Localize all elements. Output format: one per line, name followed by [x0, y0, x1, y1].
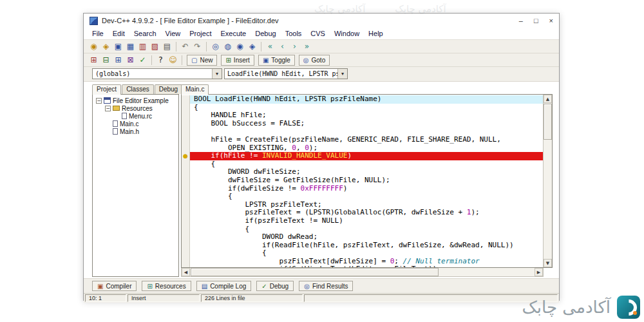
back-icon[interactable]: «: [264, 41, 276, 52]
bottom-tab-compiler[interactable]: ▣Compiler: [92, 281, 137, 291]
redo-icon[interactable]: ↷: [191, 41, 204, 52]
syntax-check-icon[interactable]: ✓: [137, 55, 149, 66]
help-icon[interactable]: ?: [155, 55, 167, 66]
menu-item-help[interactable]: Help: [364, 29, 388, 38]
menu-item-window[interactable]: Window: [330, 29, 364, 38]
run-icon[interactable]: ⊟: [100, 55, 112, 66]
menu-item-debug[interactable]: Debug: [251, 29, 280, 38]
code-editor[interactable]: BOOL LoadFile(HWND hEdit, LPSTR pszFileN…: [182, 95, 543, 267]
project-tree[interactable]: −File Editor Example−ResourcesMenu.rcMai…: [92, 94, 179, 277]
code-text[interactable]: DWORD dwFileSize;: [190, 168, 543, 176]
close-all-icon[interactable]: ▨: [149, 41, 161, 52]
app-icon: [90, 17, 98, 25]
gutter: [182, 120, 190, 128]
menu-item-tools[interactable]: Tools: [281, 29, 307, 38]
close-button[interactable]: ×: [549, 17, 553, 24]
code-text[interactable]: hFile = CreateFile(pszFileName, GENERIC_…: [190, 136, 543, 144]
replace-icon[interactable]: ◍: [222, 41, 234, 52]
tab-main-c[interactable]: Main.c: [181, 84, 209, 95]
compile-icon[interactable]: ⊞: [88, 55, 100, 66]
print-icon[interactable]: ▤: [161, 41, 173, 52]
menu-item-search[interactable]: Search: [129, 29, 161, 38]
dropdown-arrow-icon[interactable]: ▾: [212, 69, 222, 79]
tree-item-main-h[interactable]: Main.h: [95, 128, 178, 135]
menu-item-cvs[interactable]: CVS: [306, 29, 330, 38]
tree-item-resources[interactable]: −Resources: [95, 104, 178, 112]
gutter-breakpoint-icon[interactable]: ●: [182, 152, 190, 160]
horizontal-scroll-thumb[interactable]: [191, 268, 439, 276]
code-text[interactable]: if(pszFileText != NULL): [190, 217, 543, 225]
about-icon[interactable]: ☺: [167, 55, 179, 66]
tab-project[interactable]: Project: [92, 84, 121, 95]
goto-button[interactable]: ◎Goto: [299, 55, 330, 66]
menu-item-edit[interactable]: Edit: [108, 29, 129, 38]
code-text[interactable]: if(hFile != INVALID_HANDLE_VALUE): [190, 152, 543, 160]
minimize-button[interactable]: –: [519, 17, 523, 24]
code-text[interactable]: pszFileText[dwFileSize] = 0; // Null ter…: [190, 258, 543, 266]
scroll-left-icon[interactable]: ◀: [182, 268, 190, 276]
menu-item-execute[interactable]: Execute: [216, 29, 251, 38]
members-combobox[interactable]: LoadFile(HWND hEdit, LPSTR psz ▾: [224, 68, 348, 79]
bottom-tab-compile-log[interactable]: ▤Compile Log: [196, 281, 252, 291]
code-text[interactable]: dwFileSize = GetFileSize(hFile, NULL);: [190, 176, 543, 185]
code-text[interactable]: OPEN_EXISTING, 0, 0);: [190, 144, 543, 153]
horizontal-scrollbar[interactable]: ◀ ▶: [181, 268, 544, 277]
find-icon[interactable]: ◎: [209, 41, 222, 52]
code-text[interactable]: if(ReadFile(hFile, pszFileText, dwFileSi…: [190, 242, 543, 250]
compile-run-icon[interactable]: ⊞: [112, 55, 124, 66]
code-text[interactable]: DWORD dwRead;: [190, 233, 543, 242]
code-text[interactable]: [190, 128, 543, 136]
menu-item-view[interactable]: View: [161, 29, 185, 38]
vertical-scroll-thumb[interactable]: [544, 104, 552, 140]
code-text[interactable]: BOOL bSuccess = FALSE;: [190, 120, 543, 128]
next-icon[interactable]: ›: [289, 41, 301, 52]
code-text[interactable]: {: [190, 104, 543, 112]
open-project-icon[interactable]: ◈: [100, 41, 112, 52]
menu-item-file[interactable]: File: [88, 29, 108, 38]
code-text[interactable]: if(SetWindowText(hEdit, pszFileText)): [190, 265, 543, 267]
code-text[interactable]: HANDLE hFile;: [190, 111, 543, 120]
code-text[interactable]: pszFileText = (LPSTR)GlobalAlloc(GPTR, d…: [190, 209, 543, 217]
bottom-tab-find-results[interactable]: ◎Find Results: [299, 281, 353, 291]
globals-combobox[interactable]: (globals) ▾: [92, 68, 222, 79]
bottom-tab-resources[interactable]: ⊞Resources: [142, 281, 191, 291]
menu-item-project[interactable]: Project: [185, 29, 216, 38]
dropdown-arrow-icon[interactable]: ▾: [337, 69, 347, 79]
scroll-down-icon[interactable]: ▼: [544, 259, 552, 267]
title-bar[interactable]: Dev-C++ 4.9.9.2 - [ File Editor Example …: [84, 14, 559, 28]
maximize-button[interactable]: □: [534, 17, 538, 24]
close-file-icon[interactable]: ▥: [137, 41, 149, 52]
code-text[interactable]: {: [190, 160, 543, 169]
tab-debug[interactable]: Debug: [155, 84, 182, 94]
tree-item-file-editor-example[interactable]: −File Editor Example: [95, 97, 178, 104]
insert-button[interactable]: ⊞Insert: [221, 55, 254, 66]
new-button[interactable]: ▢New: [187, 55, 217, 66]
toggle-button[interactable]: ▣Toggle: [258, 55, 295, 66]
code-text[interactable]: {: [190, 225, 543, 234]
code-text[interactable]: {: [190, 193, 543, 201]
code-text[interactable]: BOOL LoadFile(HWND hEdit, LPSTR pszFileN…: [190, 95, 543, 104]
scroll-right-icon[interactable]: ▶: [535, 268, 543, 276]
previous-icon[interactable]: ‹: [276, 41, 289, 52]
scroll-up-icon[interactable]: ▲: [544, 95, 552, 103]
horizontal-scroll-track[interactable]: [190, 268, 535, 276]
code-text[interactable]: LPSTR pszFileText;: [190, 201, 543, 209]
bottom-tab-debug[interactable]: ✓Debug: [256, 281, 294, 291]
find-in-files-icon[interactable]: ◉: [234, 41, 246, 52]
save-all-icon[interactable]: ▦: [124, 41, 137, 52]
tab-classes[interactable]: Classes: [122, 84, 154, 94]
forward-icon[interactable]: »: [301, 41, 313, 52]
tree-item-main-c[interactable]: Main.c: [95, 120, 178, 128]
code-text[interactable]: {: [190, 249, 543, 258]
code-text[interactable]: if(dwFileSize != 0xFFFFFFFF): [190, 185, 543, 193]
goto-line-icon[interactable]: ◈: [246, 41, 258, 52]
tree-item-menu-rc[interactable]: Menu.rc: [95, 112, 178, 120]
vertical-scrollbar[interactable]: ▲ ▼: [543, 95, 552, 267]
rebuild-all-icon[interactable]: ⊠: [124, 55, 137, 66]
tree-expander-icon[interactable]: −: [105, 106, 111, 111]
vertical-scroll-track[interactable]: [544, 103, 552, 259]
undo-icon[interactable]: ↶: [179, 41, 191, 52]
tree-expander-icon[interactable]: −: [96, 98, 102, 104]
new-project-icon[interactable]: ◉: [88, 41, 100, 52]
save-icon[interactable]: ▣: [112, 41, 124, 52]
